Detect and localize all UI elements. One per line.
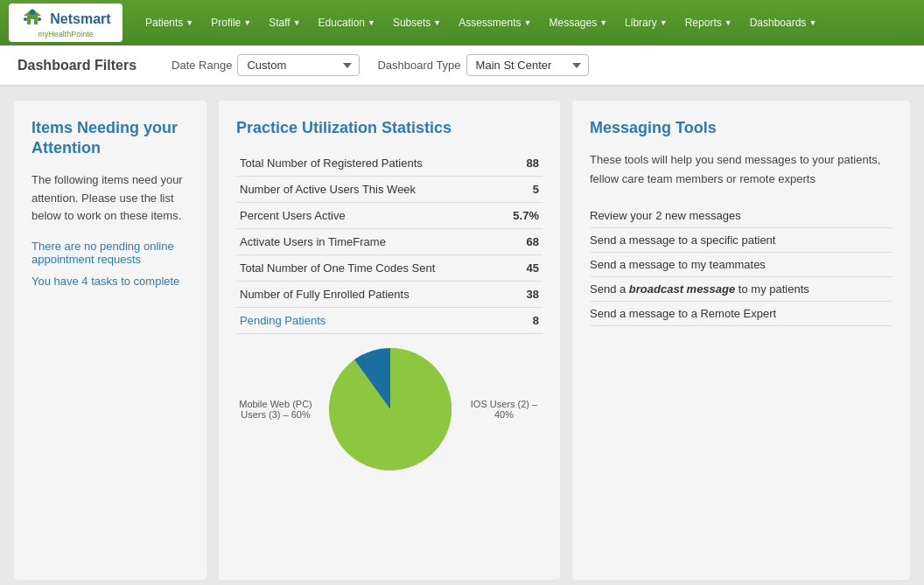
left-panel-heading: Items Needing your Attention	[32, 118, 189, 159]
nav-item-profile[interactable]: Profile▼	[202, 11, 260, 34]
stat-label-3: Activate Users in TimeFrame	[236, 229, 500, 255]
nav-label-patients: Patients	[145, 17, 183, 29]
stat-label-4: Total Number of One Time Codes Sent	[236, 255, 500, 282]
svg-point-2	[24, 17, 27, 21]
stats-table: Total Number of Registered Patients88Num…	[236, 150, 542, 334]
mobile-pie-label: Mobile Web (PC) Users (3) – 60%	[236, 399, 315, 420]
nav-label-messages: Messages	[549, 17, 597, 29]
svg-point-1	[30, 10, 35, 15]
stat-label-1: Number of Active Users This Week	[236, 177, 500, 203]
nav-label-staff: Staff	[269, 17, 290, 29]
dashboard-type-group: Dashboard Type Main St Center Downtown W…	[377, 54, 588, 76]
stat-value-3: 68	[500, 229, 542, 255]
stat-value-6: 8	[500, 308, 542, 334]
stat-value-5: 38	[500, 282, 542, 308]
main-content: Items Needing your Attention The followi…	[0, 87, 924, 585]
center-panel: Practice Utilization Statistics Total Nu…	[219, 101, 560, 580]
nav-arrow-library: ▼	[660, 18, 668, 27]
messaging-intro: These tools will help you send messages …	[590, 150, 892, 189]
stat-value-0: 88	[500, 150, 542, 177]
right-panel-heading: Messaging Tools	[590, 118, 892, 138]
messaging-link-1[interactable]: Send a message to a specific patient	[590, 228, 892, 253]
nav-label-education: Education	[318, 17, 365, 29]
stat-label-2: Percent Users Active	[236, 203, 500, 229]
stat-label-0: Total Number of Registered Patients	[236, 150, 500, 177]
table-row: Number of Active Users This Week5	[236, 177, 542, 203]
pie-chart-container: Mobile Web (PC) Users (3) – 60% IOS User…	[236, 348, 542, 470]
nav-label-library: Library	[625, 17, 657, 29]
date-range-select[interactable]: Custom Last 7 Days Last 30 Days Last 90 …	[237, 54, 360, 76]
table-row: Total Number of Registered Patients88	[236, 150, 542, 177]
nav-arrow-patients: ▼	[186, 18, 193, 27]
messaging-link-3[interactable]: Send a broadcast message to my patients	[590, 277, 892, 302]
nav-item-messages[interactable]: Messages▼	[540, 11, 616, 34]
left-panel: Items Needing your Attention The followi…	[14, 101, 206, 580]
dashboard-type-label: Dashboard Type	[377, 59, 460, 72]
nav-arrow-messages: ▼	[599, 18, 607, 27]
stat-value-1: 5	[500, 177, 542, 203]
nav-label-profile: Profile	[211, 17, 241, 29]
nav-arrow-dashboards: ▼	[808, 18, 816, 27]
logo: Netsmart myHealthPointe	[9, 3, 122, 42]
nav-label-dashboards: Dashboards	[750, 17, 807, 29]
nav-item-assessments[interactable]: Assessments▼	[450, 11, 540, 34]
nav-items: Patients▼Profile▼Staff▼Education▼Subsets…	[136, 11, 825, 34]
nav-arrow-profile: ▼	[243, 18, 251, 27]
table-row: Pending Patients8	[236, 308, 542, 334]
logo-name: Netsmart	[50, 11, 110, 27]
nav-arrow-reports: ▼	[724, 18, 732, 27]
ios-pie-label: IOS Users (2) – 40%	[466, 399, 542, 420]
stat-value-2: 5.7%	[500, 203, 542, 229]
logo-subtitle: myHealthPointe	[38, 30, 94, 38]
logo-icon	[20, 7, 45, 31]
nav-item-reports[interactable]: Reports▼	[676, 11, 741, 34]
nav-arrow-staff: ▼	[293, 18, 301, 27]
nav-item-staff[interactable]: Staff▼	[260, 11, 309, 34]
nav-arrow-education: ▼	[368, 18, 375, 27]
filter-bar-title: Dashboard Filters	[18, 58, 136, 73]
filter-bar: Dashboard Filters Date Range Custom Last…	[0, 45, 924, 87]
navigation-bar: Netsmart myHealthPointe Patients▼Profile…	[0, 0, 924, 45]
table-row: Percent Users Active5.7%	[236, 203, 542, 229]
nav-item-patients[interactable]: Patients▼	[136, 11, 202, 34]
stat-value-4: 45	[500, 255, 542, 282]
nav-label-assessments: Assessments	[458, 17, 521, 29]
nav-arrow-assessments: ▼	[524, 18, 532, 27]
pie-chart	[329, 348, 452, 470]
tasks-to-complete-link[interactable]: You have 4 tasks to complete	[32, 275, 189, 288]
stat-label-6[interactable]: Pending Patients	[236, 308, 500, 334]
messaging-link-0[interactable]: Review your 2 new messages	[590, 204, 892, 228]
nav-arrow-subsets: ▼	[433, 18, 441, 27]
nav-label-subsets: Subsets	[393, 17, 430, 29]
table-row: Total Number of One Time Codes Sent45	[236, 255, 542, 282]
messaging-link-2[interactable]: Send a message to my teammates	[590, 253, 892, 277]
table-row: Activate Users in TimeFrame68	[236, 229, 542, 255]
messaging-link-4[interactable]: Send a message to a Remote Expert	[590, 302, 892, 326]
date-range-label: Date Range	[172, 59, 232, 72]
stat-link-6[interactable]: Pending Patients	[240, 314, 326, 327]
no-pending-appointments-link[interactable]: There are no pending online appointment …	[32, 240, 189, 266]
nav-label-reports: Reports	[685, 17, 722, 29]
nav-item-library[interactable]: Library▼	[616, 11, 676, 34]
nav-item-subsets[interactable]: Subsets▼	[384, 11, 450, 34]
stat-label-5: Number of Fully Enrolled Patients	[236, 282, 500, 308]
date-range-group: Date Range Custom Last 7 Days Last 30 Da…	[172, 54, 360, 76]
table-row: Number of Fully Enrolled Patients38	[236, 282, 542, 308]
svg-point-3	[38, 17, 41, 21]
left-panel-body: The following items need your attention.…	[32, 171, 189, 226]
right-panel: Messaging Tools These tools will help yo…	[572, 101, 910, 580]
dashboard-type-select[interactable]: Main St Center Downtown Westside	[466, 54, 589, 76]
nav-item-education[interactable]: Education▼	[310, 11, 384, 34]
center-panel-heading: Practice Utilization Statistics	[236, 118, 542, 138]
nav-item-dashboards[interactable]: Dashboards▼	[741, 11, 826, 34]
